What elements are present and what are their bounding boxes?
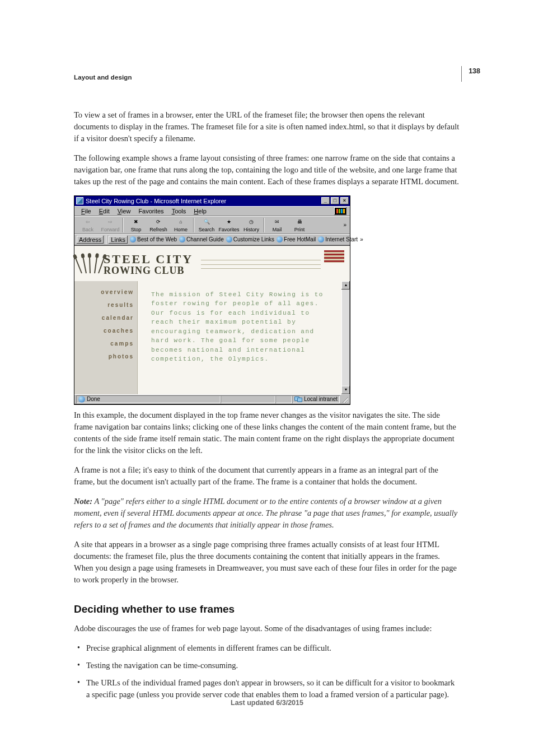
main-frame-text: The mission of Steel City Rowing is to f… xyxy=(151,290,330,364)
menu-favorites[interactable]: Favorites xyxy=(135,207,167,215)
link-best-of-web[interactable]: Best of the Web xyxy=(130,236,177,242)
nav-calendar[interactable]: calendar xyxy=(78,315,134,321)
links-chevron-icon[interactable]: » xyxy=(360,236,364,242)
paragraph: A frame is not a file; it's easy to thin… xyxy=(74,464,460,488)
note-label: Note: xyxy=(74,497,92,506)
note-paragraph: Note: A "page" refers either to a single… xyxy=(74,496,460,531)
page-number: 138 xyxy=(469,66,480,76)
scrollbar[interactable]: ▴ ▾ xyxy=(341,281,350,394)
forward-button[interactable]: ⇨Forward xyxy=(99,216,121,234)
status-bar: Done Local intranet xyxy=(74,394,350,404)
list-item: Testing the navigation can be time-consu… xyxy=(74,660,460,671)
section-heading: Deciding whether to use frames xyxy=(74,601,460,617)
window-title: Steel City Rowing Club - Microsoft Inter… xyxy=(86,198,321,204)
resize-grip-icon[interactable] xyxy=(341,395,348,403)
link-internet-start[interactable]: Internet Start xyxy=(318,236,358,242)
status-zone: Local intranet xyxy=(292,395,340,403)
link-channel-guide[interactable]: Channel Guide xyxy=(179,236,224,242)
decorative-lines xyxy=(201,256,321,272)
toolbar-chevron-icon[interactable]: » xyxy=(343,222,348,228)
back-button[interactable]: ⇦Back xyxy=(77,216,99,234)
ie-link-icon xyxy=(226,236,232,242)
link-customize-links[interactable]: Customize Links xyxy=(226,236,274,242)
list-item: The URLs of the individual framed pages … xyxy=(74,677,460,701)
ie-small-icon xyxy=(78,396,85,403)
top-frame: STEEL CITY ROWING CLUB xyxy=(74,246,350,281)
browser-window: Steel City Rowing Club - Microsoft Inter… xyxy=(74,195,350,405)
mail-button[interactable]: ✉Mail xyxy=(266,216,288,234)
list-item: Precise graphical alignment of elements … xyxy=(74,642,460,654)
bullet-list: Precise graphical alignment of elements … xyxy=(74,642,460,701)
main-content-frame: The mission of Steel City Rowing is to f… xyxy=(137,281,341,394)
scroll-down-icon[interactable]: ▾ xyxy=(341,386,350,394)
page-number-box: 138 xyxy=(461,66,480,82)
paragraph: The following example shows a frame layo… xyxy=(74,152,460,188)
intranet-icon xyxy=(294,396,302,402)
nav-coaches[interactable]: coaches xyxy=(78,328,134,334)
links-label: Links xyxy=(109,236,128,244)
ie-link-icon xyxy=(179,236,185,242)
nav-results[interactable]: results xyxy=(78,302,134,308)
ie-throbber-icon xyxy=(334,207,346,215)
ie-link-icon xyxy=(318,236,324,242)
note-body: A "page" refers either to a single HTML … xyxy=(74,497,457,529)
paragraph: Adobe discourages the use of frames for … xyxy=(74,623,460,634)
menu-bar: File Edit View Favorites Tools Help xyxy=(74,206,350,216)
address-label[interactable]: Address xyxy=(77,236,104,244)
search-button[interactable]: 🔍Search xyxy=(195,216,218,234)
page-footer: Last updated 6/3/2015 xyxy=(0,698,534,708)
paragraph: To view a set of frames in a browser, en… xyxy=(74,109,460,144)
menu-edit[interactable]: Edit xyxy=(96,207,113,215)
scroll-up-icon[interactable]: ▴ xyxy=(341,281,350,290)
side-frame-nav: overview results calendar coaches camps … xyxy=(74,281,137,394)
menu-tools[interactable]: Tools xyxy=(168,207,190,215)
ie-link-icon xyxy=(130,236,136,242)
nav-camps[interactable]: camps xyxy=(78,340,134,347)
stop-button[interactable]: ✖Stop xyxy=(125,216,147,234)
links-bar: Address Links Best of the Web Channel Gu… xyxy=(74,234,350,245)
link-free-hotmail[interactable]: Free HotMail xyxy=(277,236,316,242)
menu-help[interactable]: Help xyxy=(190,207,210,215)
maximize-button[interactable]: □ xyxy=(331,197,339,204)
nav-photos[interactable]: photos xyxy=(78,353,134,360)
status-done: Done xyxy=(76,395,221,403)
title-bar: Steel City Rowing Club - Microsoft Inter… xyxy=(74,196,350,206)
status-progress xyxy=(221,395,275,403)
paragraph: A site that appears in a browser as a si… xyxy=(74,539,460,586)
flag-icon xyxy=(324,250,344,263)
running-head: Layout and design xyxy=(74,73,460,82)
history-button[interactable]: ◷History xyxy=(240,216,263,234)
menu-file[interactable]: File xyxy=(78,207,95,215)
ie-icon xyxy=(76,197,83,204)
favorites-button[interactable]: ★Favorites xyxy=(218,216,240,234)
paragraph: In this example, the document displayed … xyxy=(74,409,460,456)
status-filler xyxy=(275,395,292,403)
oars-logo-icon xyxy=(81,255,99,273)
refresh-button[interactable]: ⟳Refresh xyxy=(147,216,170,234)
home-button[interactable]: ⌂Home xyxy=(170,216,192,234)
menu-view[interactable]: View xyxy=(114,207,134,215)
print-button[interactable]: 🖶Print xyxy=(288,216,311,234)
ie-link-icon xyxy=(277,236,283,242)
nav-overview[interactable]: overview xyxy=(78,289,134,295)
toolbar: ⇦Back ⇨Forward ✖Stop ⟳Refresh ⌂Home 🔍Sea… xyxy=(74,216,350,234)
minimize-button[interactable]: _ xyxy=(321,197,330,204)
site-title: STEEL CITY ROWING CLUB xyxy=(104,253,193,276)
browser-viewport: STEEL CITY ROWING CLUB overview results … xyxy=(74,245,350,394)
close-button[interactable]: × xyxy=(340,197,349,204)
